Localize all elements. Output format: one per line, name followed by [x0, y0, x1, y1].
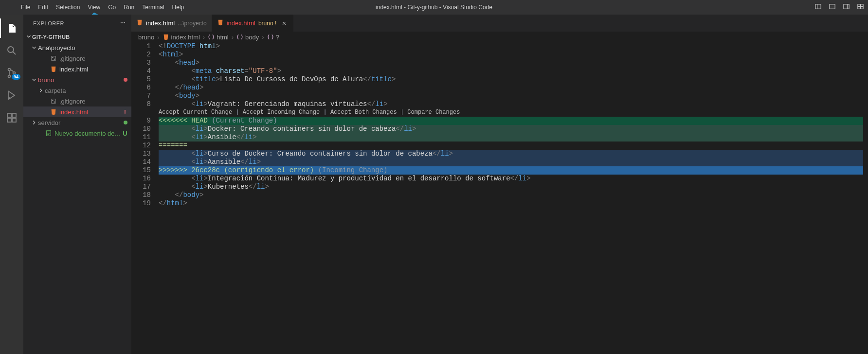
code-line-4[interactable]: <meta charset="UTF-8"> — [159, 67, 863, 75]
html-icon — [163, 34, 169, 40]
editor-area[interactable]: 12345678 910111213141516171819 <!DOCTYPE… — [131, 42, 868, 354]
layout-sidebar-right-icon[interactable] — [843, 3, 850, 12]
code-line-9[interactable]: <<<<<<< HEAD (Current Change) — [159, 117, 863, 125]
activity-source-control[interactable]: 94 — [0, 63, 23, 83]
breadcrumb-label: index.html — [171, 34, 200, 41]
tree-label: .gitignore — [59, 98, 127, 105]
layout-grid-icon[interactable] — [857, 3, 864, 12]
menu-selection[interactable]: Selection — [53, 2, 83, 13]
accept-incoming-link[interactable]: Accept Incoming Change — [243, 109, 320, 116]
code-line-15[interactable]: >>>>>>> 26cc28c (corrigiendo el error) (… — [159, 166, 863, 175]
menu-terminal[interactable]: Terminal — [139, 2, 167, 13]
code-line-12[interactable]: ======= — [159, 142, 863, 150]
tree-label: .gitignore — [59, 55, 127, 62]
git-icon — [50, 97, 57, 105]
folder-ana-proyecto[interactable]: Ana\proyecto — [23, 42, 131, 53]
activity-extensions[interactable] — [0, 108, 23, 127]
txt-icon — [45, 129, 53, 137]
html-icon — [50, 108, 57, 116]
tree-label: Ana\proyecto — [38, 44, 127, 52]
accept-both-link[interactable]: Accept Both Changes — [330, 109, 397, 116]
breadcrumb-item[interactable]: index.html — [163, 34, 200, 41]
file-index-html[interactable]: index.html! — [23, 106, 131, 117]
tree-label: carpeta — [45, 87, 127, 94]
chevron-right-icon — [30, 119, 38, 126]
code-line-5[interactable]: <title>Lista De Cursoss de DevOps de Alu… — [159, 75, 863, 84]
code-line-14[interactable]: <li>Aansible</li> — [159, 158, 863, 166]
chevron-right-icon: › — [262, 34, 264, 41]
activity-explorer[interactable] — [0, 18, 23, 38]
layout-panel-icon[interactable] — [829, 3, 836, 12]
chevron-down-icon — [30, 76, 38, 83]
file--gitignore[interactable]: .gitignore — [23, 53, 131, 64]
compare-changes-link[interactable]: Compare Changes — [407, 109, 460, 116]
code-line-19[interactable]: </html> — [159, 199, 863, 208]
code-line-17[interactable]: <li>Kubernetes</li> — [159, 183, 863, 191]
file-status: U — [123, 130, 127, 137]
breadcrumb-item[interactable]: body — [236, 34, 259, 41]
html-icon — [217, 19, 224, 27]
window-title: index.html - Git-y-github - Visual Studi… — [376, 4, 492, 11]
symbol-icon — [208, 34, 215, 40]
status-dot — [124, 121, 127, 124]
main-menu: FileEditSelectionViewGoRunTerminalHelp — [18, 2, 187, 13]
tab-description: bruno ! — [258, 20, 276, 27]
tree-label: index.html — [59, 108, 123, 116]
html-icon — [50, 65, 57, 73]
folder-servidor[interactable]: servidor — [23, 117, 131, 128]
tab-filename: index.html — [227, 19, 255, 27]
editor-tabs: index.html...\proyectoindex.htmlbruno ! — [131, 15, 868, 32]
line-gutter: 12345678 910111213141516171819 — [131, 42, 159, 354]
tab-index-html[interactable]: index.htmlbruno ! — [212, 15, 294, 32]
file-index-html[interactable]: index.html — [23, 64, 131, 74]
activity-search[interactable] — [0, 41, 23, 60]
breadcrumbs: bruno›index.html›html›body›? — [131, 32, 868, 42]
workspace-header[interactable]: GIT-Y-GITHUB — [23, 32, 131, 42]
folder-bruno[interactable]: bruno — [23, 74, 131, 85]
menu-view[interactable]: View — [84, 2, 104, 13]
activity-run-debug[interactable] — [0, 86, 23, 105]
code-line-1[interactable]: <!DOCTYPE html> — [159, 42, 863, 51]
code-line-6[interactable]: </head> — [159, 84, 863, 92]
menu-go[interactable]: Go — [105, 2, 119, 13]
minimap[interactable] — [863, 42, 868, 354]
code-line-16[interactable]: <li>Integración Continua: Madurez y prod… — [159, 175, 863, 183]
file-status: ! — [123, 108, 127, 116]
code-line-7[interactable]: <body> — [159, 92, 863, 100]
tree-label: bruno — [38, 76, 124, 84]
close-icon[interactable] — [280, 19, 288, 27]
breadcrumb-item[interactable]: bruno — [138, 34, 154, 41]
code-line-10[interactable]: <li>Docker: Creando containers sin dolor… — [159, 125, 863, 133]
menu-edit[interactable]: Edit — [35, 2, 52, 13]
code-line-3[interactable]: <head> — [159, 59, 863, 67]
file--gitignore[interactable]: .gitignore — [23, 96, 131, 106]
code-line-2[interactable]: <html> — [159, 51, 863, 59]
breadcrumb-item[interactable]: ? — [267, 34, 279, 41]
html-icon — [136, 19, 143, 27]
git-icon — [50, 54, 57, 62]
chevron-right-icon: › — [203, 34, 205, 41]
menu-help[interactable]: Help — [169, 2, 188, 13]
symbol-icon — [267, 34, 274, 40]
code-line-11[interactable]: <li>Ansible</li> — [159, 133, 863, 142]
menu-run[interactable]: Run — [120, 2, 138, 13]
tree-label: index.html — [59, 66, 127, 73]
file-nuevo-documento-de-texto-txt[interactable]: Nuevo documento de texto.txtU — [23, 128, 131, 139]
tab-index-html[interactable]: index.html...\proyecto — [131, 15, 212, 32]
folder-carpeta[interactable]: carpeta — [23, 85, 131, 96]
breadcrumb-label: ? — [276, 34, 279, 41]
code-line-13[interactable]: <li>Curso de Docker: Creando containers … — [159, 150, 863, 158]
menu-file[interactable]: File — [18, 2, 34, 13]
file-tree: Ana\proyecto.gitignoreindex.htmlbrunocar… — [23, 42, 131, 139]
tab-description: ...\proyecto — [178, 20, 206, 27]
breadcrumb-item[interactable]: html — [208, 34, 229, 41]
editor-group: index.html...\proyectoindex.htmlbruno ! … — [131, 15, 868, 354]
code-line-8[interactable]: <li>Vagrant: Gerenciando maquinas virtua… — [159, 100, 863, 108]
code-line-18[interactable]: </body> — [159, 191, 863, 199]
accept-current-link[interactable]: Accept Current Change — [159, 109, 232, 116]
sidebar-more-icon[interactable]: ⋯ — [120, 20, 126, 26]
tree-label: Nuevo documento de texto.txt — [54, 130, 123, 137]
code-content[interactable]: <!DOCTYPE html><html> <head> <meta chars… — [159, 42, 863, 354]
breadcrumb-label: bruno — [138, 34, 154, 41]
layout-sidebar-left-icon[interactable] — [814, 3, 822, 12]
